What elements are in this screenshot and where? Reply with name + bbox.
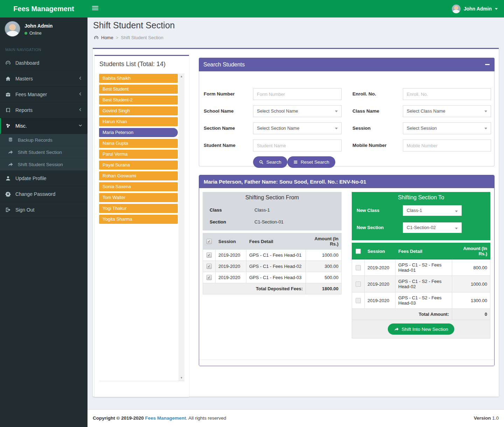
student-detail-header: Maria Peterson, Father Name: Sonu Sood, … [199,175,494,188]
sidebar-user-name: John Admin [24,23,52,29]
chevron-down-icon [495,8,498,10]
row-checkbox[interactable]: ✓ [206,264,212,269]
table-row: 2019-2020 GPS - C1 - S2 - Fees Head-02 1… [352,276,490,292]
school-name-select[interactable]: Select School Name [253,105,342,117]
search-students-panel: Search Students Form Number Enroll. No. … [199,58,495,166]
table-row: ✓ 2019-2020 GPS - C1 - Fees Head-01 1000… [203,250,342,261]
enroll-no-input[interactable] [403,88,491,100]
student-item[interactable]: Payal Surana [99,161,178,170]
panel-footer [199,360,494,366]
share-arrow-icon [8,162,13,167]
new-section-label: New Section [357,222,384,233]
sidebar-item-dashboard[interactable]: Dashboard [0,55,88,71]
table-row: 2019-2020 GPS - C1 - S2 - Fees Head-01 8… [352,259,490,276]
table-row: ✓ 2019-2020 GPS - C1 - Fees Head-02 300.… [203,261,342,272]
shift-into-new-section-button[interactable]: Shift Into New Section [388,323,455,335]
sidebar-item-change-password[interactable]: Change Password [0,186,88,202]
chevron-left-icon [78,76,82,80]
student-name-label: Student Name [204,140,236,151]
table-row: 2019-2020 GPS - C1 - S2 - Fees Head-03 1… [352,292,490,309]
app-brand[interactable]: Fees Management [0,0,88,17]
student-item[interactable]: Yogi Thakur [99,204,178,213]
select-all-checkbox[interactable] [356,249,361,254]
new-class-select[interactable]: Class-1 [403,205,462,216]
class-name-select[interactable]: Select Class Name [403,105,491,117]
students-list: Babita Shaikh Best Student Best Student-… [99,73,184,381]
col-session: Session [365,243,396,259]
database-icon [8,137,13,143]
student-item[interactable]: Yogita Sharma [99,215,178,224]
sidebar-toggle-icon[interactable] [92,6,98,11]
version-text: Version 1.0 [474,415,499,421]
col-amount: Amount (In Rs.) [452,243,490,259]
row-checkbox[interactable] [356,265,361,270]
breadcrumb-home[interactable]: Home [101,35,113,40]
sidebar-item-masters[interactable]: Masters [0,71,88,87]
from-fees-table: ✓ Session Fees Detail Amount (In Rs.) ✓ … [203,233,342,294]
select-all-checkbox[interactable]: ✓ [206,239,212,244]
mobile-number-input[interactable] [403,140,491,151]
book-icon [5,107,11,113]
collapse-minus-icon[interactable] [485,64,490,65]
student-item[interactable]: Best Student [99,85,178,94]
breadcrumb: Home > Shift Student Section [94,35,163,40]
form-number-input[interactable] [253,88,342,100]
student-item[interactable]: Parul Verma [99,150,178,159]
shifting-from-box: Shifting Section From Class Class-1 Sect… [203,192,342,230]
student-item[interactable]: Rohan Goswami [99,171,178,180]
share-arrow-icon [394,327,399,332]
sidebar-item-misc[interactable]: Misc. [0,118,88,134]
user-menu[interactable]: John Admin [452,0,498,17]
reset-search-button[interactable]: Reset Search [287,156,335,168]
total-amount-value: 0 [452,309,490,320]
row-checkbox[interactable] [356,282,361,287]
col-session: Session [216,233,246,250]
students-list-heading: Students List (Total: 14) [99,61,184,68]
from-section-label: Section [210,219,226,225]
row-checkbox[interactable] [356,298,361,303]
scrollbar[interactable]: ▲ ▼ [178,73,184,381]
session-select[interactable]: Select Session [403,122,491,134]
from-class-value: Class-1 [254,207,270,213]
student-item[interactable]: Harun Khan [99,117,178,126]
section-name-select[interactable]: Select Section Name [253,122,342,134]
student-item-selected[interactable]: Maria Peterson [99,128,178,137]
student-item[interactable]: Sonia Saxena [99,182,178,191]
row-checkbox[interactable]: ✓ [206,252,212,258]
chevron-left-icon [78,108,82,112]
sidebar-item-shift-student-section[interactable]: Shift Student Section [0,146,88,158]
home-icon [5,76,11,81]
student-name-input[interactable] [253,140,342,151]
to-fees-table: Session Fees Detail Amount (In Rs.) 2019… [352,243,490,339]
scroll-up-icon[interactable]: ▲ [178,75,184,78]
student-item[interactable]: Tom Walter [99,193,178,202]
page-title: Shift Student Section [93,20,175,30]
student-item[interactable]: Babita Shaikh [99,74,178,83]
user-menu-name: John Admin [464,6,492,12]
scroll-down-icon[interactable]: ▼ [178,376,184,379]
gear-icon [5,191,11,197]
section-name-label: Section Name [204,122,235,134]
sidebar-avatar [5,21,20,37]
row-checkbox[interactable]: ✓ [206,275,212,280]
share-nodes-icon [5,123,11,129]
footer-brand-link[interactable]: Fees Management [145,415,186,421]
student-item[interactable]: Best Student-2 [99,95,178,105]
total-deposited-label: Total Deposited Fees: [203,283,306,294]
sidebar-item-fees-manager[interactable]: Fees Manager [0,87,88,102]
sidebar-item-update-profile[interactable]: Update Profile [0,171,88,186]
sidebar-item-reports[interactable]: Reports [0,102,88,118]
copyright-text: Copyright © 2019-2020 [93,415,145,421]
sidebar-item-sign-out[interactable]: Sign Out [0,202,88,218]
sidebar-item-shift-student-session[interactable]: Shift Student Session [0,158,88,171]
share-arrow-icon [8,149,13,155]
student-item[interactable]: Naina Gupta [99,139,178,148]
new-section-select[interactable]: C1-Section-02 [403,222,462,233]
col-fees-detail: Fees Detail [246,233,306,250]
search-button[interactable]: Search [253,156,287,168]
student-item[interactable]: Govind Singh [99,106,178,115]
nav-section-label: MAIN NAVIGATION [0,43,88,55]
sidebar-item-backup-records[interactable]: Backup Records [0,134,88,146]
online-dot [24,32,27,35]
search-icon [259,160,264,164]
